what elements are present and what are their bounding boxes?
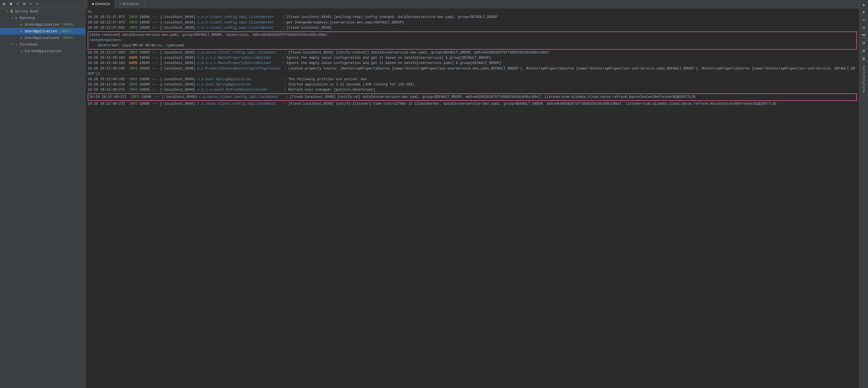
log-line: 10-28 20:12:47:972 INFO 19696 --- [-loca… [88,14,857,20]
scroll-up-button[interactable]: ▲ [861,1,867,8]
expand-arrow [16,49,19,53]
console-icon: ■ [92,2,94,6]
log-line: 10-28 20:12:47:992 INFO 19696 --- [-loca… [88,25,857,31]
app-run-icon: ▶ [19,22,24,27]
right-toolbar: ▲ ▼ ≡ ⊟ 📷 ⚙ ⊞ 🗑 Notifications [859,0,868,388]
log-line: 10-28 20:12:49:271 INFO 19696 --- [-loca… [88,87,857,93]
sidebar-item-label: Running [20,16,35,20]
expand-arrow [16,36,19,40]
log-line: 10-28 20:12:49:271 INFO 19696 --- [-loca… [89,95,855,100]
sidebar-item-user-app[interactable]: ▶ UserApplication :8081/ [0,28,85,34]
spring-icon: 🍃 [9,9,14,13]
screenshot-button[interactable]: 📷 [861,32,867,39]
run-folder-icon: ▶ [14,16,19,20]
log-line: 10-28 20:12:47:973 INFO 19696 --- [-loca… [88,20,857,25]
eureka-icon: ◎ [19,49,24,53]
log-line: 10-28 20:12:49:201 INFO 19696 --- [-loca… [88,77,857,82]
log-content[interactable]: ms 10-28 20:12:47:972 INFO 19696 --- [-l… [86,8,859,388]
sidebar-item-finished[interactable]: ↺ Finished [0,41,85,48]
actuator-icon: ⚡ [119,2,121,6]
layout-button[interactable]: ⊞ [861,47,867,54]
log-line: 10-28 20:12:49:193 WARN 19696 --- [-loca… [88,61,857,66]
log-line: 10-28 20:12:49:195 INFO 19696 --- [-loca… [88,66,857,77]
toolbar-btn-4[interactable]: ⊞ [22,1,27,7]
expand-arrow [10,16,14,20]
toolbar-btn-1[interactable]: ▶ [2,1,7,7]
collapse-button[interactable]: ⊟ [861,24,867,31]
toolbar-btn-5[interactable]: ✎ [28,1,34,7]
wrap-button[interactable]: ≡ [861,17,867,23]
sidebar-item-spring-boot[interactable]: 🍃 Spring Boot [0,8,85,14]
log-line: dateformat: yyyy/MM/dd HH:mm:ss, type=ya… [89,43,855,48]
expand-arrow [10,42,14,46]
sidebar-item-label: EurekaApplication [25,49,61,53]
main-content: ■ Console ⚡ Actuator ms 10-28 20:12:47:9… [86,0,859,388]
tab-console-label: Console [95,2,111,6]
sidebar-item-label: UserApplication :8081/ [25,29,72,33]
log-line: 10-28 20:12:49:272 INFO 19696 --- [-loca… [88,101,857,107]
toolbar-btn-3[interactable]: ↺ [15,1,21,7]
sidebar-item-order-app[interactable]: ▶ OrderApplication :8080/ [0,21,85,28]
tab-console[interactable]: ■ Console [88,0,115,8]
log-line: 10-28 20:12:47:993 INFO 19696 --- [-loca… [88,50,857,55]
sidebar-item-label: UserApplication2 :8082/ [25,36,74,40]
toolbar-btn-6[interactable]: ≡ [35,1,40,7]
sidebar-item-label: Spring Boot [15,9,39,13]
log-highlight-box-1: [data-received] dataId=userservice-dev.y… [88,31,857,50]
finished-icon: ↺ [14,42,19,46]
sidebar-item-label-finished: Finished [20,42,37,46]
sidebar-toolbar: ▶ ⏹ ↺ ⊞ ✎ ≡ [0,0,85,8]
tabs-bar: ■ Console ⚡ Actuator [86,0,859,8]
clear-button[interactable]: 🗑 [861,55,867,62]
sidebar-item-eureka-app[interactable]: ◎ EurekaApplication [0,48,85,54]
tab-actuator-label: Actuator [123,2,140,6]
gear-button[interactable]: ⚙ [861,40,867,46]
log-line: [data-received] dataId=userservice-dev.y… [89,33,855,38]
scroll-down-button[interactable]: ▼ [861,9,867,15]
log-line: content=pattern: [89,38,855,43]
sidebar-item-running[interactable]: ▶ Running [0,14,85,21]
app-run-icon: ▶ [19,29,24,33]
app-stopped-icon: ▶ [19,36,24,40]
expand-arrow [5,9,9,13]
toolbar-btn-2[interactable]: ⏹ [8,1,14,7]
log-line: ms [88,9,857,14]
expand-arrow [16,29,19,33]
sidebar-item-user-app2[interactable]: ▶ UserApplication2 :8082/ [0,34,85,41]
notifications-label: Notifications [862,65,866,92]
log-highlight-box-2: 10-28 20:12:49:271 INFO 19696 --- [-loca… [88,93,857,101]
tab-actuator[interactable]: ⚡ Actuator [115,0,145,8]
sidebar-item-label: OrderApplication :8080/ [25,23,74,27]
sidebar: ▶ ⏹ ↺ ⊞ ✎ ≡ 🍃 Spring Boot ▶ Running ▶ Or… [0,0,86,388]
expand-arrow [16,23,19,27]
log-line: 10-28 20:12:49:210 INFO 19696 --- [-loca… [88,82,857,87]
log-line: 10-28 20:12:49:192 WARN 19696 --- [-loca… [88,55,857,61]
